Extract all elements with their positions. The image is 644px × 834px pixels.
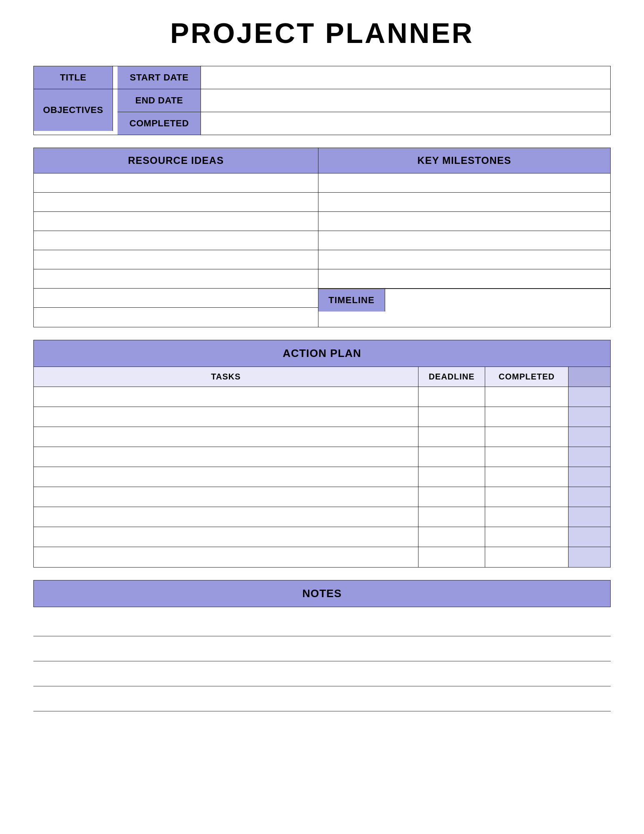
- action-row-4: [34, 447, 610, 467]
- action-task-4[interactable]: [34, 447, 418, 467]
- mid-section: RESOURCE IDEAS KEY MILESTONES TIMELINE: [33, 148, 611, 327]
- action-task-2[interactable]: [34, 407, 418, 427]
- notes-header: NOTES: [33, 580, 611, 607]
- start-date-row: START DATE: [118, 66, 610, 89]
- resource-row-6[interactable]: [34, 269, 318, 289]
- action-extra-3[interactable]: [569, 427, 610, 447]
- notes-line-2[interactable]: [33, 641, 611, 661]
- key-milestones-section: KEY MILESTONES TIMELINE: [318, 148, 611, 327]
- completed-col-header: COMPLETED: [485, 367, 569, 387]
- top-left: TITLE OBJECTIVES: [34, 66, 118, 131]
- action-deadline-7[interactable]: [418, 507, 485, 527]
- end-date-value[interactable]: [201, 89, 610, 112]
- top-right: START DATE END DATE COMPLETED: [118, 66, 610, 135]
- extra-col-header: [569, 367, 610, 387]
- notes-line-3[interactable]: [33, 666, 611, 686]
- action-row-9: [34, 547, 610, 567]
- action-task-8[interactable]: [34, 527, 418, 547]
- action-deadline-5[interactable]: [418, 467, 485, 487]
- resource-row-8[interactable]: [34, 308, 318, 327]
- action-extra-1[interactable]: [569, 387, 610, 407]
- action-row-3: [34, 427, 610, 447]
- action-completed-9[interactable]: [485, 547, 569, 567]
- action-deadline-1[interactable]: [418, 387, 485, 407]
- action-row-7: [34, 507, 610, 527]
- action-deadline-2[interactable]: [418, 407, 485, 427]
- action-completed-1[interactable]: [485, 387, 569, 407]
- action-completed-6[interactable]: [485, 487, 569, 507]
- resource-row-2[interactable]: [34, 193, 318, 212]
- milestone-row-5[interactable]: [318, 250, 610, 269]
- end-date-label: END DATE: [118, 89, 201, 112]
- milestone-row-1[interactable]: [318, 173, 610, 193]
- title-row: TITLE: [34, 66, 118, 89]
- title-label: TITLE: [34, 66, 113, 89]
- action-extra-2[interactable]: [569, 407, 610, 427]
- action-row-6: [34, 487, 610, 507]
- resource-row-4[interactable]: [34, 231, 318, 250]
- objectives-row: OBJECTIVES: [34, 89, 118, 131]
- resource-row-3[interactable]: [34, 212, 318, 231]
- milestone-row-2[interactable]: [318, 193, 610, 212]
- deadline-col-header: DEADLINE: [418, 367, 485, 387]
- action-extra-7[interactable]: [569, 507, 610, 527]
- key-milestones-header: KEY MILESTONES: [318, 148, 610, 173]
- action-row-5: [34, 467, 610, 487]
- completed-value[interactable]: [201, 112, 610, 135]
- action-col-headers: TASKS DEADLINE COMPLETED: [34, 367, 610, 387]
- resource-ideas-header: RESOURCE IDEAS: [34, 148, 318, 173]
- milestone-row-3[interactable]: [318, 212, 610, 231]
- resource-row-7[interactable]: [34, 289, 318, 308]
- start-date-value[interactable]: [201, 66, 610, 89]
- action-extra-8[interactable]: [569, 527, 610, 547]
- tasks-col-header: TASKS: [34, 367, 418, 387]
- milestone-row-6[interactable]: [318, 269, 610, 289]
- action-deadline-6[interactable]: [418, 487, 485, 507]
- action-completed-4[interactable]: [485, 447, 569, 467]
- page-title: PROJECT PLANNER: [33, 17, 611, 49]
- action-completed-8[interactable]: [485, 527, 569, 547]
- action-completed-2[interactable]: [485, 407, 569, 427]
- action-extra-4[interactable]: [569, 447, 610, 467]
- timeline-row: TIMELINE: [318, 289, 610, 311]
- action-task-5[interactable]: [34, 467, 418, 487]
- action-completed-5[interactable]: [485, 467, 569, 487]
- action-deadline-4[interactable]: [418, 447, 485, 467]
- notes-line-1[interactable]: [33, 615, 611, 636]
- resource-ideas-section: RESOURCE IDEAS: [33, 148, 318, 327]
- action-extra-6[interactable]: [569, 487, 610, 507]
- notes-section: NOTES: [33, 580, 611, 711]
- top-info-section: TITLE OBJECTIVES START DATE END DATE COM…: [33, 66, 611, 135]
- milestone-row-4[interactable]: [318, 231, 610, 250]
- action-extra-9[interactable]: [569, 547, 610, 567]
- action-row-2: [34, 407, 610, 427]
- notes-line-4[interactable]: [33, 691, 611, 711]
- resource-row-5[interactable]: [34, 250, 318, 269]
- completed-row: COMPLETED: [118, 112, 610, 135]
- action-deadline-8[interactable]: [418, 527, 485, 547]
- start-date-label: START DATE: [118, 66, 201, 89]
- action-deadline-3[interactable]: [418, 427, 485, 447]
- end-date-row: END DATE: [118, 89, 610, 112]
- resource-row-1[interactable]: [34, 173, 318, 193]
- action-completed-3[interactable]: [485, 427, 569, 447]
- action-task-7[interactable]: [34, 507, 418, 527]
- action-row-1: [34, 387, 610, 407]
- action-extra-5[interactable]: [569, 467, 610, 487]
- timeline-label: TIMELINE: [318, 289, 385, 311]
- objectives-label: OBJECTIVES: [34, 89, 113, 131]
- action-task-1[interactable]: [34, 387, 418, 407]
- timeline-value[interactable]: [385, 289, 610, 311]
- action-completed-7[interactable]: [485, 507, 569, 527]
- action-task-6[interactable]: [34, 487, 418, 507]
- action-deadline-9[interactable]: [418, 547, 485, 567]
- action-task-3[interactable]: [34, 427, 418, 447]
- action-plan-header: ACTION PLAN: [34, 340, 610, 367]
- action-row-8: [34, 527, 610, 547]
- action-task-9[interactable]: [34, 547, 418, 567]
- action-plan-section: ACTION PLAN TASKS DEADLINE COMPLETED: [33, 340, 611, 568]
- completed-label: COMPLETED: [118, 112, 201, 135]
